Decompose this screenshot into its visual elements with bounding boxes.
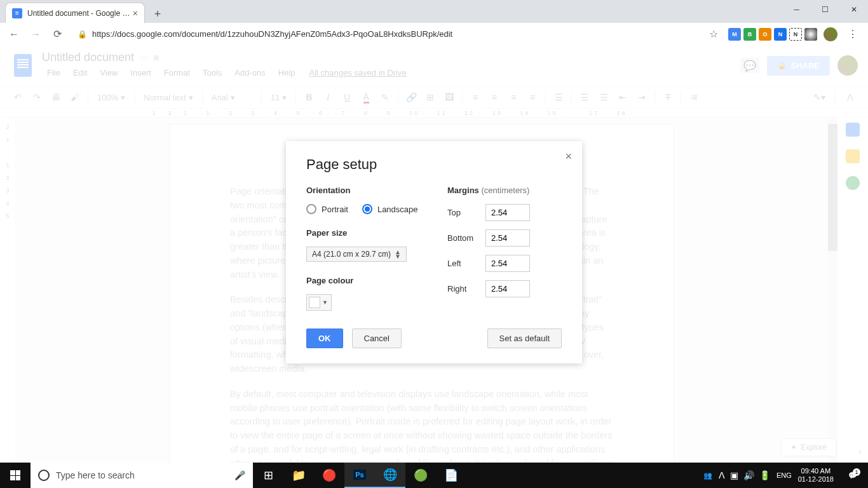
dropdown-arrow-icon: ▼: [322, 299, 328, 306]
reload-button[interactable]: ⟳: [50, 27, 65, 42]
battery-icon[interactable]: 🔋: [759, 470, 770, 480]
address-bar: ← → ⟳ 🔒 https://docs.google.com/document…: [0, 23, 868, 45]
page-colour-picker[interactable]: ▼: [306, 294, 332, 311]
extension-icon[interactable]: O: [759, 28, 771, 41]
orientation-label: Orientation: [306, 186, 428, 195]
dialog-close-button[interactable]: ×: [565, 150, 572, 163]
page-setup-dialog: × Page setup Orientation Portrait Landsc…: [286, 141, 582, 363]
margin-left-input[interactable]: [485, 255, 530, 272]
colour-preview: [309, 297, 320, 308]
page-colour-label: Page colour: [306, 276, 428, 285]
minimize-button[interactable]: ─: [782, 0, 811, 19]
notepad-icon[interactable]: 📄: [436, 463, 466, 488]
browser-chrome: ≡ Untitled document - Google Doc × + ─ ☐…: [0, 0, 868, 45]
mic-icon[interactable]: 🎤: [234, 470, 245, 480]
profile-icon[interactable]: [824, 27, 837, 41]
extension-icon[interactable]: [804, 28, 817, 41]
close-window-button[interactable]: ✕: [839, 0, 868, 19]
file-explorer-icon[interactable]: 📁: [283, 463, 314, 488]
browser-tab[interactable]: ≡ Untitled document - Google Doc ×: [5, 3, 145, 23]
stepper-icon: ▲▼: [395, 250, 401, 259]
window-controls: ─ ☐ ✕: [782, 0, 868, 19]
tab-bar: ≡ Untitled document - Google Doc × +: [0, 0, 868, 23]
paper-size-select[interactable]: A4 (21.0 cm x 29.7 cm) ▲▼: [306, 247, 407, 262]
landscape-radio[interactable]: Landscape: [362, 204, 418, 214]
chrome-icon[interactable]: 🌐: [375, 463, 405, 488]
language-indicator[interactable]: ENG: [776, 471, 792, 479]
margin-bottom-label: Bottom: [447, 233, 485, 243]
volume-icon[interactable]: 🔊: [743, 470, 754, 480]
margin-top-label: Top: [447, 208, 485, 217]
margin-bottom-input[interactable]: [485, 229, 530, 247]
new-tab-button[interactable]: +: [149, 5, 166, 23]
cortana-icon: [38, 470, 50, 481]
notification-center-button[interactable]: 💬1: [840, 471, 865, 480]
utorrent-icon[interactable]: 🟢: [405, 463, 436, 488]
paper-size-label: Paper size: [306, 228, 428, 238]
start-button[interactable]: [0, 463, 31, 488]
docs-favicon: ≡: [12, 8, 22, 18]
chrome-menu-button[interactable]: ⋮: [844, 28, 862, 40]
margins-label: Margins (centimeters): [447, 186, 562, 195]
margin-right-label: Right: [447, 284, 485, 294]
windows-taskbar: Type here to search 🎤 ⊞ 📁 🔴 Ps 🌐 🟢 📄 👥 ᐱ…: [0, 463, 868, 488]
url-input[interactable]: 🔒 https://docs.google.com/document/d/1zz…: [71, 29, 699, 39]
maximize-button[interactable]: ☐: [811, 0, 839, 19]
radio-icon: [362, 204, 372, 214]
app-icon[interactable]: 🔴: [314, 463, 344, 488]
set-default-button[interactable]: Set as default: [487, 329, 562, 348]
drive-icon[interactable]: ▣: [730, 470, 738, 480]
margin-right-input[interactable]: [485, 280, 530, 297]
tab-title: Untitled document - Google Doc: [27, 9, 133, 18]
back-button[interactable]: ←: [6, 27, 22, 42]
ok-button[interactable]: OK: [306, 329, 343, 348]
url-text: https://docs.google.com/document/d/1zzuh…: [92, 29, 452, 39]
people-icon[interactable]: 👥: [703, 471, 712, 480]
margin-left-label: Left: [447, 259, 485, 268]
dialog-title: Page setup: [306, 156, 562, 173]
portrait-radio[interactable]: Portrait: [306, 204, 348, 214]
extension-icon[interactable]: N: [774, 28, 787, 41]
extension-icon[interactable]: M: [728, 28, 741, 41]
lock-icon: 🔒: [78, 30, 87, 39]
clock[interactable]: 09:40 AM 01-12-2018: [798, 467, 834, 484]
tray-overflow-icon[interactable]: ᐱ: [719, 470, 725, 480]
windows-logo-icon: [10, 470, 20, 480]
extension-icon[interactable]: B: [743, 28, 756, 41]
radio-icon: [306, 204, 316, 214]
extension-icon[interactable]: N: [789, 28, 802, 41]
margin-top-input[interactable]: [485, 204, 530, 221]
forward-button[interactable]: →: [28, 27, 43, 42]
cancel-button[interactable]: Cancel: [352, 329, 402, 348]
photoshop-icon[interactable]: Ps: [344, 463, 375, 488]
task-view-button[interactable]: ⊞: [253, 463, 283, 488]
bookmark-star-icon[interactable]: ☆: [709, 28, 718, 40]
taskbar-search[interactable]: Type here to search 🎤: [31, 463, 253, 488]
tab-close-button[interactable]: ×: [133, 8, 138, 18]
extension-icons: M B O N N: [728, 28, 817, 41]
